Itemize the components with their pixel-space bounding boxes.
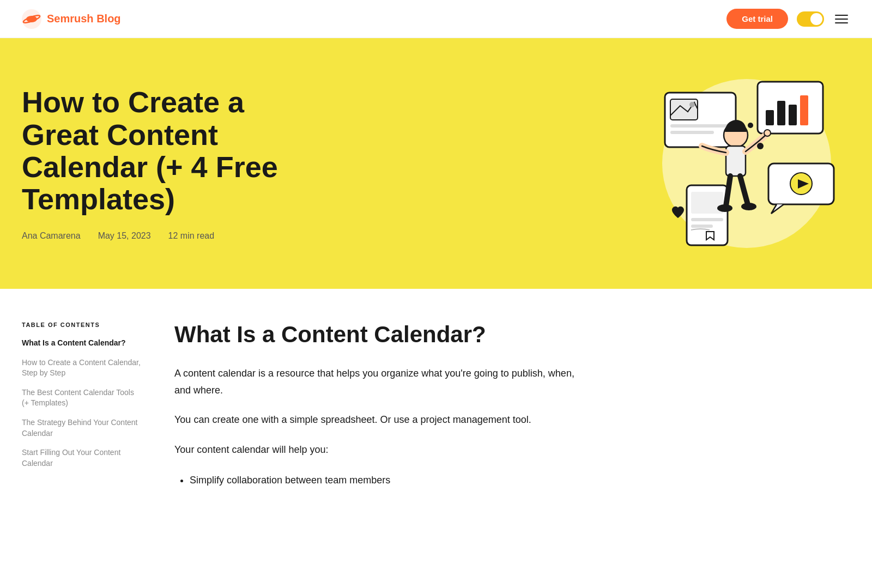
menu-line-3 — [835, 22, 848, 23]
main-content: TABLE OF CONTENTS What Is a Content Cale… — [0, 289, 763, 525]
get-trial-button[interactable]: Get trial — [726, 9, 788, 29]
svg-rect-19 — [691, 218, 723, 221]
toc-item-0[interactable]: What Is a Content Calendar? — [22, 338, 142, 349]
toc-item-1[interactable]: How to Create a Content Calendar, Step b… — [22, 357, 142, 379]
svg-point-24 — [717, 204, 732, 212]
theme-toggle-button[interactable] — [797, 11, 824, 27]
hero-author: Ana Camarena — [22, 231, 81, 241]
toc-item-3[interactable]: The Strategy Behind Your Content Calenda… — [22, 417, 142, 439]
svg-point-23 — [764, 130, 771, 136]
svg-rect-18 — [691, 192, 723, 214]
svg-point-26 — [757, 143, 764, 149]
article-para-3: Your content calendar will help you: — [174, 441, 589, 458]
hamburger-menu-button[interactable] — [833, 13, 850, 26]
semrush-logo-icon — [22, 9, 41, 29]
table-of-contents: TABLE OF CONTENTS What Is a Content Cale… — [22, 322, 142, 492]
menu-line-1 — [835, 15, 848, 16]
hero-date: May 15, 2023 — [98, 231, 151, 241]
list-item-1: Simplify collaboration between team memb… — [190, 471, 589, 489]
svg-rect-12 — [789, 105, 797, 125]
header: Semrush Blog Get trial — [0, 0, 872, 38]
menu-line-2 — [835, 19, 848, 20]
hero-illustration-svg — [621, 71, 850, 256]
svg-point-25 — [741, 203, 756, 210]
svg-rect-10 — [766, 110, 774, 125]
svg-point-27 — [748, 123, 753, 128]
svg-rect-7 — [670, 124, 730, 128]
svg-rect-8 — [670, 131, 714, 134]
hero-read-time: 12 min read — [168, 231, 215, 241]
hero-content: How to Create a Great Content Calendar (… — [22, 86, 327, 241]
hero-meta: Ana Camarena May 15, 2023 12 min read — [22, 231, 327, 241]
hero-section: How to Create a Great Content Calendar (… — [0, 38, 872, 289]
toc-item-2[interactable]: The Best Content Calendar Tools (+ Templ… — [22, 387, 142, 409]
toc-item-4[interactable]: Start Filling Out Your Content Calendar — [22, 447, 142, 469]
article-content: What Is a Content Calendar? A content ca… — [174, 322, 589, 492]
svg-point-6 — [689, 102, 695, 107]
toc-heading: TABLE OF CONTENTS — [22, 322, 142, 328]
header-right: Get trial — [726, 9, 850, 29]
hero-illustration-area — [621, 71, 850, 256]
logo-text: Semrush Blog — [47, 13, 121, 25]
svg-rect-13 — [800, 95, 808, 125]
article-para-1: A content calendar is a resource that he… — [174, 365, 589, 398]
article-para-2: You can create one with a simple spreads… — [174, 411, 589, 428]
logo-area: Semrush Blog — [22, 9, 121, 29]
article-list: Simplify collaboration between team memb… — [174, 471, 589, 489]
svg-rect-20 — [691, 225, 713, 228]
article-section-heading: What Is a Content Calendar? — [174, 322, 589, 348]
hero-title: How to Create a Great Content Calendar (… — [22, 86, 327, 216]
svg-rect-11 — [777, 101, 785, 125]
